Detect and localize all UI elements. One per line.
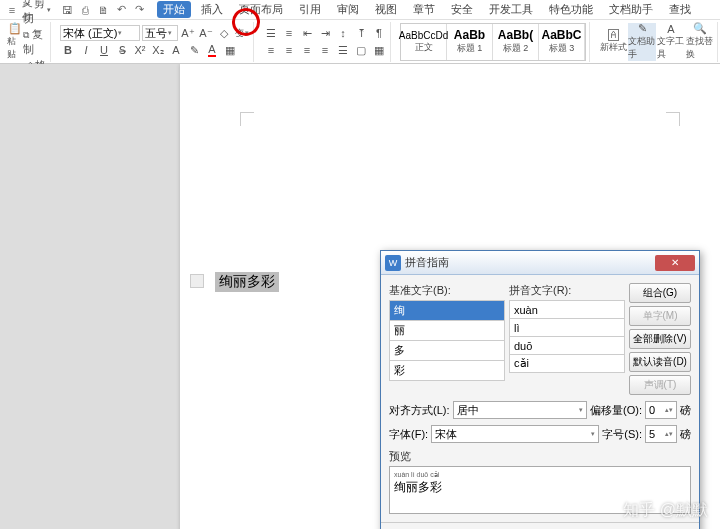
combine-button[interactable]: 组合(G) — [629, 283, 691, 303]
close-icon[interactable]: ✕ — [655, 255, 695, 271]
shading-icon[interactable]: ▢ — [353, 42, 369, 58]
font-size-select[interactable]: 五号▾ — [142, 25, 178, 41]
font-select[interactable]: 宋体▾ — [431, 425, 599, 443]
showmarks-icon[interactable]: ¶ — [371, 25, 387, 41]
size-stepper[interactable]: 5▴▾ — [645, 425, 677, 443]
tab-special[interactable]: 特色功能 — [543, 1, 599, 18]
offset-label: 偏移量(O): — [590, 403, 642, 418]
font-color-icon[interactable]: A — [204, 42, 220, 58]
table-cell[interactable]: cǎi — [510, 355, 625, 373]
offset-stepper[interactable]: 0▴▾ — [645, 401, 677, 419]
size-unit: 磅 — [680, 427, 691, 442]
text-tools-button[interactable]: A文字工具 — [657, 23, 685, 61]
size-label: 字号(S): — [602, 427, 642, 442]
paste-button[interactable]: 📋粘贴 — [7, 23, 22, 61]
tab-view[interactable]: 视图 — [369, 1, 403, 18]
ruby-text-label: 拼音文字(R): — [509, 283, 625, 298]
shrink-font-icon[interactable]: A⁻ — [198, 25, 214, 41]
align-label: 对齐方式(L): — [389, 403, 450, 418]
style-gallery[interactable]: AaBbCcDd正文 AaBb标题 1 AaBb(标题 2 AaBbC标题 3 — [400, 23, 586, 61]
menu-icon[interactable]: ≡ — [4, 2, 20, 18]
tab-dev[interactable]: 开发工具 — [483, 1, 539, 18]
doc-assistant-button[interactable]: ✎文档助手 — [628, 23, 656, 61]
right-group: 🄰新样式 ✎文档助手 A文字工具 🔍查找替换 — [596, 22, 718, 62]
ruby-text-table[interactable]: xuàn lì duō cǎi — [509, 300, 625, 373]
base-text-table[interactable]: 绚 丽 多 彩 — [389, 300, 505, 381]
bullets-icon[interactable]: ☰ — [263, 25, 279, 41]
style-normal[interactable]: AaBbCcDd正文 — [401, 24, 447, 60]
print-icon[interactable]: ⎙ — [77, 2, 93, 18]
table-cell[interactable]: 彩 — [390, 361, 505, 381]
dialog-titlebar[interactable]: W 拼音指南 ✕ — [381, 251, 699, 275]
underline-icon[interactable]: U — [96, 42, 112, 58]
style-h1[interactable]: AaBb标题 1 — [447, 24, 493, 60]
paragraph-group: ☰ ≡ ⇤ ⇥ ↕ ⤒ ¶ ≡ ≡ ≡ ≡ ☰ ▢ ▦ — [260, 22, 391, 62]
bold-icon[interactable]: B — [60, 42, 76, 58]
tab-home[interactable]: 开始 — [157, 1, 191, 18]
ribbon: 📋粘贴 ✂ 剪切 ⧉ 复制 🖌 格式刷 宋体 (正文)▾ 五号▾ A⁺ A⁻ ◇… — [0, 20, 720, 64]
default-reading-button[interactable]: 默认读音(D) — [629, 352, 691, 372]
tab-find[interactable]: 查找 — [663, 1, 697, 18]
tab-assistant[interactable]: 文档助手 — [603, 1, 659, 18]
table-cell[interactable]: 丽 — [390, 321, 505, 341]
font-label: 字体(F): — [389, 427, 428, 442]
clear-all-button[interactable]: 全部删除(V) — [629, 329, 691, 349]
document-area: 绚丽多彩 W 拼音指南 ✕ 基准文字(B): 绚 丽 多 彩 拼音文字(R): … — [0, 64, 720, 529]
align-left-icon[interactable]: ≡ — [263, 42, 279, 58]
style-h3[interactable]: AaBbC标题 3 — [539, 24, 585, 60]
tab-section[interactable]: 章节 — [407, 1, 441, 18]
save-icon[interactable]: 🖫 — [59, 2, 75, 18]
justify-icon[interactable]: ≡ — [317, 42, 333, 58]
table-cell[interactable]: duō — [510, 337, 625, 355]
clipboard-group: 📋粘贴 ✂ 剪切 ⧉ 复制 🖌 格式刷 — [4, 22, 51, 62]
redo-icon[interactable]: ↷ — [131, 2, 147, 18]
tab-ref[interactable]: 引用 — [293, 1, 327, 18]
cut-button[interactable]: ✂ 剪切 — [23, 0, 47, 26]
paragraph-mark-icon — [190, 274, 204, 288]
tab-insert[interactable]: 插入 — [195, 1, 229, 18]
borders-icon[interactable]: ▦ — [371, 42, 387, 58]
table-cell[interactable]: 多 — [390, 341, 505, 361]
align-center-icon[interactable]: ≡ — [281, 42, 297, 58]
superscript-icon[interactable]: X² — [132, 42, 148, 58]
style-h2[interactable]: AaBb(标题 2 — [493, 24, 539, 60]
base-text-label: 基准文字(B): — [389, 283, 505, 298]
outdent-icon[interactable]: ⇤ — [299, 25, 315, 41]
char-shading-icon[interactable]: ▦ — [222, 42, 238, 58]
phonetic-guide-dialog: W 拼音指南 ✕ 基准文字(B): 绚 丽 多 彩 拼音文字(R): xuàn … — [380, 250, 700, 529]
tab-security[interactable]: 安全 — [445, 1, 479, 18]
selected-text[interactable]: 绚丽多彩 — [215, 272, 279, 292]
tone-button: 声调(T) — [629, 375, 691, 395]
watermark: 知乎 @默默 — [623, 500, 708, 521]
phonetic-guide-icon[interactable]: 变▾ — [234, 25, 250, 41]
numbering-icon[interactable]: ≡ — [281, 25, 297, 41]
copy-button[interactable]: ⧉ 复制 — [23, 27, 47, 57]
subscript-icon[interactable]: X₂ — [150, 42, 166, 58]
indent-icon[interactable]: ⇥ — [317, 25, 333, 41]
table-cell[interactable]: xuàn — [510, 301, 625, 319]
font-name-select[interactable]: 宋体 (正文)▾ — [60, 25, 140, 41]
offset-unit: 磅 — [680, 403, 691, 418]
tab-layout[interactable]: 页面布局 — [233, 1, 289, 18]
dialog-title: 拼音指南 — [405, 255, 655, 270]
align-select[interactable]: 居中▾ — [453, 401, 588, 419]
align-right-icon[interactable]: ≡ — [299, 42, 315, 58]
strike-icon[interactable]: S̶ — [114, 42, 130, 58]
new-style-button[interactable]: 🄰新样式 — [599, 23, 627, 61]
table-cell[interactable]: 绚 — [390, 301, 505, 321]
app-icon: W — [385, 255, 401, 271]
menubar: ≡ 文件 ▾ 🖫 ⎙ 🗎 ↶ ↷ 开始 插入 页面布局 引用 审阅 视图 章节 … — [0, 0, 720, 20]
grow-font-icon[interactable]: A⁺ — [180, 25, 196, 41]
linespace-icon[interactable]: ↕ — [335, 25, 351, 41]
preview-icon[interactable]: 🗎 — [95, 2, 111, 18]
highlight-icon[interactable]: ✎ — [186, 42, 202, 58]
italic-icon[interactable]: I — [78, 42, 94, 58]
sort-icon[interactable]: ⤒ — [353, 25, 369, 41]
table-cell[interactable]: lì — [510, 319, 625, 337]
distribute-icon[interactable]: ☰ — [335, 42, 351, 58]
tab-review[interactable]: 审阅 — [331, 1, 365, 18]
text-effect-icon[interactable]: A — [168, 42, 184, 58]
find-replace-button[interactable]: 🔍查找替换 — [686, 23, 714, 61]
undo-icon[interactable]: ↶ — [113, 2, 129, 18]
clear-format-icon[interactable]: ◇ — [216, 25, 232, 41]
